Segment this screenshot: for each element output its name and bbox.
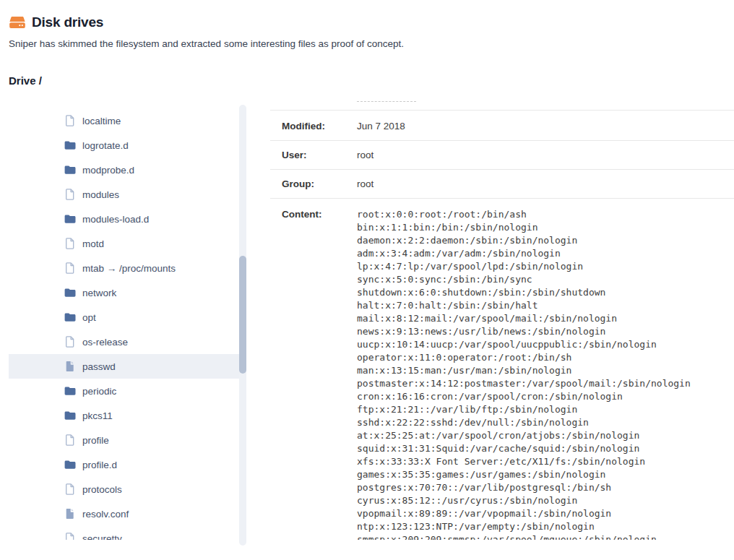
tree-item-profile.d[interactable]: profile.d	[9, 452, 239, 477]
detail-row-value: root	[357, 178, 734, 191]
tree-item-label: periodic	[82, 386, 116, 397]
tree-item-label: modules-load.d	[82, 214, 149, 225]
tree-item-label: pkcs11	[82, 410, 113, 421]
file-tree-pane: localtimelogrotate.dmodprobe.dmodulesmod…	[9, 99, 239, 540]
tree-item-label: profile.d	[82, 460, 117, 470]
folder-icon	[64, 384, 77, 397]
tree-item-protocols[interactable]: protocols	[9, 477, 239, 501]
tree-item-label: network	[82, 288, 116, 298]
detail-row-value: root	[357, 149, 734, 162]
tree-item-modules-load.d[interactable]: modules-load.d	[9, 207, 239, 231]
content-label: Content:	[282, 208, 357, 540]
content-text: root:x:0:0:root:/root:/bin/ash bin:x:1:1…	[357, 208, 734, 540]
detail-row: Group: root	[270, 170, 734, 199]
folder-icon	[64, 458, 77, 471]
file-outline-icon	[64, 188, 77, 201]
tree-item-mtab[interactable]: mtab → /proc/mounts	[9, 256, 239, 280]
file-outline-icon	[64, 434, 77, 447]
tree-item-logrotate.d[interactable]: logrotate.d	[9, 133, 239, 158]
tree-item-label: opt	[82, 312, 96, 323]
tree-item-resolv.conf[interactable]: resolv.conf	[9, 501, 239, 526]
file-outline-icon	[64, 237, 77, 250]
tree-item-label: securetty	[82, 533, 122, 540]
file-outline-icon	[64, 532, 77, 540]
tree-item-os-release[interactable]: os-release	[9, 329, 239, 354]
folder-icon	[64, 409, 77, 422]
content-row: Content: root:x:0:0:root:/root:/bin/ash …	[270, 199, 734, 540]
tree-item-modprobe.d[interactable]: modprobe.d	[9, 158, 239, 182]
page-title: Disk drives	[32, 14, 103, 30]
tree-item-pkcs11[interactable]: pkcs11	[9, 403, 239, 428]
page-subtitle: Sniper has skimmed the filesystem and ex…	[9, 38, 404, 49]
tree-item-label: resolv.conf	[82, 509, 129, 520]
detail-row: Modified: Jun 7 2018	[270, 110, 734, 141]
file-outline-icon	[64, 262, 77, 275]
folder-icon	[64, 163, 77, 176]
tree-scrollbar-thumb[interactable]	[239, 256, 246, 374]
tree-item-network[interactable]: network	[9, 280, 239, 305]
disk-drive-icon	[9, 14, 26, 31]
tree-item-profile[interactable]: profile	[9, 428, 239, 452]
file-outline-icon	[64, 483, 77, 496]
file-filled-icon	[64, 360, 77, 373]
folder-icon	[64, 286, 77, 299]
file-filled-icon	[64, 507, 77, 520]
tree-item-modules[interactable]: modules	[9, 182, 239, 207]
tree-item-label: profile	[82, 435, 109, 446]
drive-heading: Drive /	[9, 74, 42, 87]
file-tree-list: localtimelogrotate.dmodprobe.dmodulesmod…	[9, 108, 239, 540]
detail-row-label: Group:	[282, 178, 357, 191]
tree-item-periodic[interactable]: periodic	[9, 379, 239, 403]
folder-icon	[64, 212, 77, 225]
detail-row-label: User:	[282, 149, 357, 162]
tree-scrollbar-track[interactable]	[239, 105, 246, 546]
file-outline-icon	[64, 114, 77, 127]
tree-item-label: os-release	[82, 337, 128, 348]
file-outline-icon	[64, 335, 77, 348]
tree-item-label: mtab → /proc/mounts	[82, 263, 176, 274]
tree-item-motd[interactable]: motd	[9, 231, 239, 256]
detail-row-value: Jun 7 2018	[357, 120, 734, 133]
tree-item-passwd[interactable]: passwd	[9, 354, 239, 379]
detail-row-label: Modified:	[282, 120, 357, 133]
tree-item-localtime[interactable]: localtime	[9, 108, 239, 133]
file-details-pane: Modified: Jun 7 2018 User: root Group: r…	[270, 99, 734, 540]
disk-drives-page: Disk drives Sniper has skimmed the files…	[0, 0, 734, 560]
tree-item-securetty[interactable]: securetty	[9, 526, 239, 540]
tree-item-label: modprobe.d	[82, 165, 134, 176]
detail-row: User: root	[270, 141, 734, 170]
tree-item-label: motd	[82, 238, 104, 249]
folder-icon	[64, 139, 77, 152]
clipped-dashed-underline	[357, 101, 416, 102]
tree-item-opt[interactable]: opt	[9, 305, 239, 329]
tree-item-label: protocols	[82, 484, 122, 495]
tree-item-label: modules	[82, 189, 119, 200]
detail-rows: Modified: Jun 7 2018 User: root Group: r…	[270, 110, 734, 199]
tree-item-label: localtime	[82, 116, 121, 126]
tree-item-label: logrotate.d	[82, 140, 129, 151]
folder-icon	[64, 311, 77, 324]
tree-item-label: passwd	[82, 361, 116, 372]
